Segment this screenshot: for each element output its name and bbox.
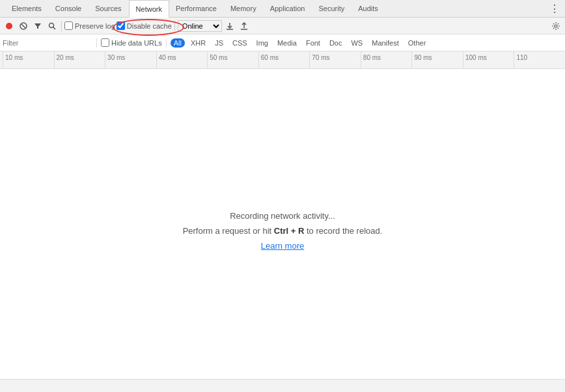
recording-text: Recording network activity... [230,211,335,221]
tick-10ms: 10 ms [3,51,54,69]
preserve-log-label[interactable]: Preserve log [64,21,115,30]
tab-performance[interactable]: Performance [169,0,224,18]
filter-type-img[interactable]: Img [253,38,271,48]
record-button[interactable] [3,20,16,33]
tab-bar: Elements Console Sources Network Perform… [0,0,565,18]
toolbar-divider-2 [174,21,175,31]
filter-type-ws[interactable]: WS [348,38,366,48]
filter-type-manifest[interactable]: Manifest [368,38,402,48]
export-button[interactable] [238,20,251,33]
recording-subtext: Perform a request or hit Ctrl + R to rec… [183,226,383,236]
timeline-ticks: 10 ms 20 ms 30 ms 40 ms 50 ms 60 ms 70 m… [3,51,565,69]
filter-type-doc[interactable]: Doc [326,38,346,48]
filter-bar-divider-1 [96,38,97,48]
learn-more-link[interactable]: Learn more [261,241,304,251]
filter-type-font[interactable]: Font [303,38,324,48]
timeline-header: 10 ms 20 ms 30 ms 40 ms 50 ms 60 ms 70 m… [0,51,565,69]
tab-network[interactable]: Network [129,0,169,18]
subtext-suffix: to record the reload. [304,226,382,236]
filter-type-all[interactable]: All [171,38,185,48]
clear-button[interactable] [17,20,30,33]
keyboard-shortcut: Ctrl + R [274,226,305,236]
filter-type-css[interactable]: CSS [229,38,251,48]
subtext-prefix: Perform a request or hit [183,226,274,236]
hide-data-urls-label[interactable]: Hide data URLs [101,38,162,47]
tab-audits[interactable]: Audits [351,0,385,18]
main-content: Recording network activity... Perform a … [0,69,565,392]
filter-bar-divider-2 [166,38,167,48]
preserve-log-checkbox[interactable] [64,21,73,30]
tab-application[interactable]: Application [264,0,312,18]
tab-security[interactable]: Security [312,0,351,18]
tick-90ms: 90 ms [411,51,463,69]
throttling-select[interactable]: Online Fast 3G Slow 3G Offline [178,20,222,32]
tab-memory[interactable]: Memory [224,0,264,18]
disable-cache-label[interactable]: Disable cache [117,21,172,30]
svg-point-4 [49,23,54,27]
tick-60ms: 60 ms [258,51,310,69]
svg-point-0 [6,23,12,29]
tab-console[interactable]: Console [49,0,89,18]
toolbar-divider-1 [61,21,62,31]
tab-sources[interactable]: Sources [89,0,128,18]
svg-point-10 [555,25,557,27]
disable-cache-checkbox[interactable] [117,21,125,30]
filter-input[interactable] [3,39,92,47]
tick-80ms: 80 ms [361,51,412,69]
tick-50ms: 50 ms [207,51,258,69]
filter-type-js[interactable]: JS [212,38,227,48]
tab-elements[interactable]: Elements [5,0,49,18]
svg-line-5 [53,27,56,29]
tick-40ms: 40 ms [156,51,208,69]
filter-button[interactable] [31,20,44,33]
tab-more-button[interactable]: ⋮ [544,3,565,15]
network-toolbar: Preserve log Disable cache Online Fast 3… [0,18,565,35]
filter-type-xhr[interactable]: XHR [187,38,209,48]
filter-type-other[interactable]: Other [405,38,430,48]
svg-line-2 [21,24,25,28]
tick-110ms: 110 [514,51,565,69]
search-button[interactable] [46,20,59,33]
tick-70ms: 70 ms [309,51,361,69]
tick-30ms: 30 ms [105,51,156,69]
svg-marker-3 [34,23,41,29]
settings-icon[interactable] [549,20,562,33]
tick-20ms: 20 ms [54,51,105,69]
disable-cache-wrapper: Disable cache [117,21,172,30]
hide-data-urls-checkbox[interactable] [101,38,109,47]
filter-bar: Hide data URLs All XHR JS CSS Img Media … [0,35,565,51]
status-bar [0,379,565,392]
filter-type-media[interactable]: Media [274,38,300,48]
import-button[interactable] [223,20,236,33]
tick-100ms: 100 ms [463,51,514,69]
